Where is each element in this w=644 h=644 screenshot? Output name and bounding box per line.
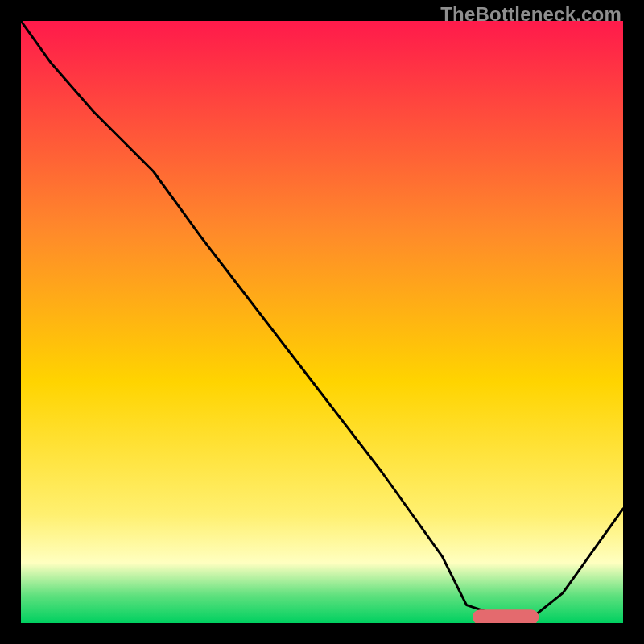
- plot-area: [21, 21, 623, 623]
- chart-svg: [21, 21, 623, 623]
- chart-frame: TheBottleneck.com: [0, 0, 644, 644]
- gradient-background: [21, 21, 623, 623]
- attribution-text: TheBottleneck.com: [440, 3, 621, 26]
- optimal-range-marker: [473, 609, 539, 623]
